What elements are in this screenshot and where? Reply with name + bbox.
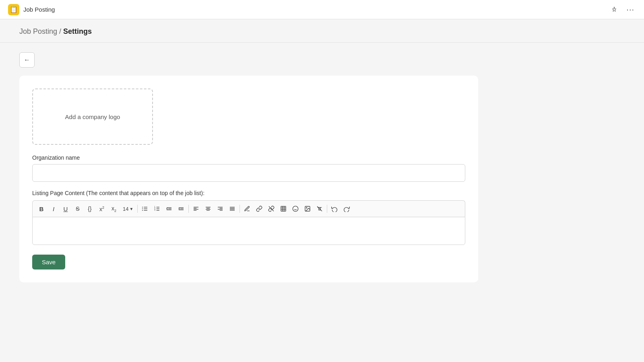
breadcrumb-parent: Job Posting: [19, 27, 57, 35]
align-center-button[interactable]: [202, 203, 214, 214]
toolbar-divider-4: [327, 205, 327, 213]
breadcrumb-current: Settings: [63, 27, 92, 35]
align-justify-icon: [229, 206, 235, 212]
ul-icon: [142, 206, 148, 212]
pin-icon: [611, 6, 617, 13]
svg-point-44: [306, 208, 307, 208]
top-bar: 📋 Job Posting ···: [0, 0, 644, 19]
rte-toolbar: B I U S {} x2: [32, 200, 465, 217]
font-size-chevron: ▼: [129, 207, 133, 211]
svg-point-4: [142, 208, 143, 209]
back-arrow-icon: ←: [24, 56, 30, 64]
italic-button[interactable]: I: [48, 203, 59, 214]
indent-decrease-icon: [166, 206, 172, 212]
logo-upload-label: Add a company logo: [65, 113, 120, 120]
align-justify-button[interactable]: [227, 203, 238, 214]
strikethrough-button[interactable]: S: [72, 203, 83, 214]
logo-upload-area[interactable]: Add a company logo: [32, 88, 153, 145]
unlink-icon: [268, 206, 275, 212]
link-button[interactable]: [254, 203, 265, 214]
breadcrumb-bar: Job Posting / Settings: [0, 19, 644, 43]
toolbar-divider-3: [239, 205, 240, 213]
unordered-list-button[interactable]: [139, 203, 151, 214]
indent-decrease-button[interactable]: [163, 203, 175, 214]
svg-text:3: 3: [155, 209, 156, 211]
org-name-label: Organization name: [32, 154, 465, 161]
pin-button[interactable]: [609, 5, 619, 14]
org-name-field: Organization name: [32, 154, 465, 190]
underline-button[interactable]: U: [60, 203, 71, 214]
font-size-value: 14: [123, 206, 128, 212]
indent-increase-icon: [178, 206, 184, 212]
superscript-button[interactable]: x2: [96, 203, 107, 214]
align-left-icon: [193, 206, 199, 212]
org-name-input[interactable]: [32, 164, 465, 182]
breadcrumb: Job Posting / Settings: [19, 27, 625, 36]
more-button[interactable]: ···: [625, 3, 636, 16]
app-icon: 📋: [8, 4, 19, 15]
clear-format-icon: [316, 206, 323, 212]
bold-button[interactable]: B: [36, 203, 47, 214]
undo-button[interactable]: [329, 203, 340, 214]
rte-editor-area[interactable]: [32, 217, 465, 245]
svg-rect-35: [281, 206, 286, 211]
more-dots-icon: ···: [626, 5, 634, 14]
svg-point-3: [142, 207, 143, 208]
save-button[interactable]: Save: [32, 255, 65, 269]
toolbar-divider-1: [137, 205, 138, 213]
top-bar-right: ···: [609, 3, 636, 16]
image-icon: [304, 206, 311, 212]
subscript-button[interactable]: x2: [108, 203, 120, 214]
ordered-list-button[interactable]: 1 2 3: [151, 203, 163, 214]
redo-icon: [343, 206, 350, 212]
highlight-button[interactable]: [242, 203, 253, 214]
unlink-button[interactable]: [266, 203, 277, 214]
emoji-button[interactable]: [290, 203, 301, 214]
listing-content-field: Listing Page Content (The content that a…: [32, 190, 465, 245]
undo-icon: [331, 206, 338, 212]
font-size-select[interactable]: 14 ▼: [120, 205, 136, 213]
indent-increase-button[interactable]: [175, 203, 187, 214]
main-content: ← Add a company logo Organization name L…: [0, 43, 644, 361]
svg-point-40: [293, 206, 298, 211]
top-bar-left: 📋 Job Posting: [8, 4, 55, 15]
svg-line-45: [317, 206, 322, 211]
clear-format-button[interactable]: [314, 203, 325, 214]
align-center-icon: [205, 206, 211, 212]
link-icon: [256, 206, 262, 212]
emoji-icon: [292, 206, 299, 212]
listing-content-label: Listing Page Content (The content that a…: [32, 190, 465, 196]
align-right-button[interactable]: [215, 203, 226, 214]
highlight-icon: [244, 206, 250, 212]
table-button[interactable]: [278, 203, 289, 214]
back-button[interactable]: ←: [19, 52, 35, 68]
image-button[interactable]: [302, 203, 313, 214]
code-block-button[interactable]: {}: [84, 203, 95, 214]
svg-point-5: [142, 210, 143, 211]
align-right-icon: [217, 206, 223, 212]
table-icon: [280, 206, 287, 212]
align-left-button[interactable]: [190, 203, 202, 214]
ol-icon: 1 2 3: [154, 206, 160, 212]
app-title: Job Posting: [23, 6, 55, 13]
redo-button[interactable]: [341, 203, 352, 214]
form-card: Add a company logo Organization name Lis…: [19, 76, 478, 282]
toolbar-divider-2: [188, 205, 189, 213]
